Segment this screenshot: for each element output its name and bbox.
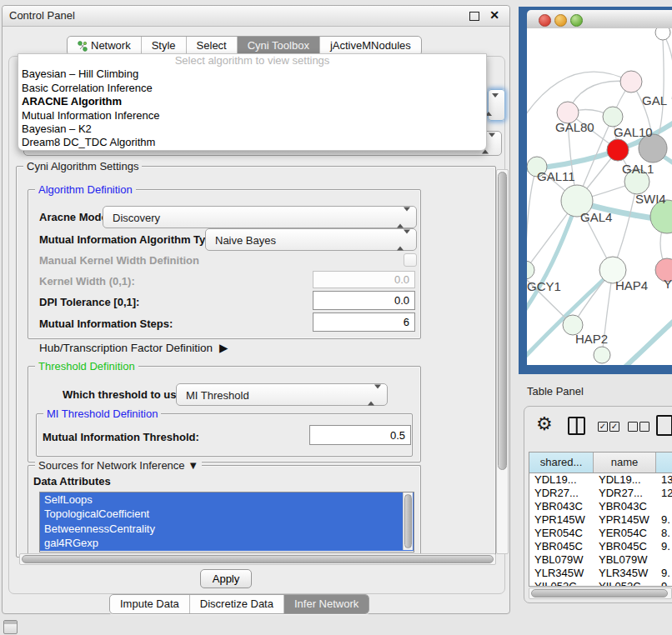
table-row[interactable]: YBR043CYBR043C <box>529 500 672 513</box>
network-edge[interactable] <box>624 315 672 365</box>
node-label: GAL <box>642 93 667 108</box>
tab-discretize-data[interactable]: Discretize Data <box>189 595 283 613</box>
table-cell: 8. <box>656 527 672 540</box>
column-header[interactable]: name <box>594 452 656 472</box>
sources-title[interactable]: Sources for Network Inference ▼ <box>35 459 202 472</box>
table-cell: YER054C <box>594 527 656 540</box>
table-cell: YDR27... <box>529 487 594 500</box>
unchecked-checkbox-icon[interactable] <box>639 422 649 432</box>
network-node[interactable] <box>603 107 623 127</box>
tab-network[interactable]: Network <box>68 37 141 55</box>
popup-item[interactable]: Mutual Information Inference <box>18 109 486 122</box>
table-cell: YIL052C <box>594 580 656 587</box>
close-icon[interactable]: ✕ <box>489 8 499 22</box>
popup-item[interactable]: Bayesian – K2 <box>18 122 486 136</box>
network-node[interactable] <box>607 139 629 161</box>
attribute-list-item[interactable]: SelfLoops <box>40 492 414 507</box>
column-header[interactable] <box>656 452 672 472</box>
table-cell: 9. <box>656 513 672 527</box>
table-row[interactable]: YLR345WYLR345W9. <box>529 567 672 580</box>
tab-impute-data[interactable]: Impute Data <box>110 595 189 613</box>
network-canvas[interactable]: GALGAL80GAL10GAL11GAL1SWI4GAL4GCY1HAP4YH… <box>527 28 672 365</box>
tab-select[interactable]: Select <box>186 37 237 55</box>
gear-icon[interactable]: ⚙ <box>536 413 553 435</box>
table-row[interactable]: YDR27...YDR27...12 <box>529 487 672 500</box>
mi-threshold-input[interactable] <box>309 425 411 445</box>
network-node[interactable] <box>527 261 534 279</box>
tab-jactivemnodules[interactable]: jActiveMNodules <box>319 37 421 55</box>
float-window-icon[interactable] <box>469 12 479 21</box>
column-header[interactable]: shared... <box>529 452 594 472</box>
combo-arrows-icon <box>368 388 381 401</box>
apply-button[interactable]: Apply <box>200 569 252 588</box>
columns-icon[interactable] <box>568 417 585 435</box>
minimized-panel-icon[interactable] <box>3 620 18 634</box>
attribute-list-item[interactable]: BetweennessCentrality <box>40 522 414 536</box>
desktop: Control Panel ✕ NetworkStyleSelectCyni T… <box>0 0 672 635</box>
zoom-traffic-light-icon[interactable] <box>570 14 583 27</box>
table-row[interactable]: YER054CYER054C8. <box>529 527 672 540</box>
popup-placeholder: Select algorithm to view settings <box>18 54 486 68</box>
node-label: GAL11 <box>537 169 575 183</box>
dpi-tolerance-input[interactable] <box>313 291 415 310</box>
mi-algorithm-type-combo[interactable]: Naive Bayes <box>205 228 417 251</box>
checked-checkbox-icon[interactable]: ✓ <box>609 422 619 432</box>
combo-arrows-icon <box>397 233 410 246</box>
tab-label: jActiveMNodules <box>330 37 411 55</box>
attributes-list-scrollbar[interactable] <box>403 492 413 550</box>
table-cell: YBR045C <box>594 540 656 553</box>
table-row[interactable]: YPR145WYPR145W9. <box>529 513 672 527</box>
popup-item[interactable]: ARACNE Algorithm <box>18 95 486 108</box>
manual-kernel-width-checkbox[interactable] <box>404 253 417 267</box>
mi-threshold-group-title: MI Threshold Definition <box>43 408 161 420</box>
node-label: HAP2 <box>575 332 608 346</box>
network-icon <box>78 41 88 52</box>
algorithm-dropdown-popup: Select algorithm to view settingsBayesia… <box>18 53 487 151</box>
inference-algorithm-combo-fragment[interactable] <box>488 89 505 121</box>
table-horizontal-scrollbar[interactable] <box>529 588 672 599</box>
node-label: GAL80 <box>555 120 594 134</box>
table-row[interactable]: YBL079WYBL079W <box>529 553 672 567</box>
table-row[interactable]: YIL052CYIL052C9 <box>529 580 672 587</box>
popup-item[interactable]: Dream8 DC_TDC Algorithm <box>18 136 486 149</box>
close-traffic-light-icon[interactable] <box>539 14 551 27</box>
cyni-algorithm-settings-title: Cyni Algorithm Settings <box>23 160 142 172</box>
tab-style[interactable]: Style <box>141 37 186 55</box>
popup-item[interactable]: Bayesian – Hill Climbing <box>18 68 486 81</box>
network-node[interactable] <box>620 71 642 92</box>
tab-cyni-toolbox[interactable]: Cyni Toolbox <box>237 37 319 55</box>
minimize-traffic-light-icon[interactable] <box>554 14 567 27</box>
table-cell: YBL079W <box>529 553 594 567</box>
network-edge[interactable] <box>527 167 537 270</box>
table-row[interactable]: YDL19...YDL19...13 <box>529 473 672 487</box>
network-node[interactable] <box>655 28 670 40</box>
attribute-list-item[interactable]: TopologicalCoefficient <box>40 507 414 521</box>
hub-definition-toggle[interactable]: Hub/Transcription Factor Definition▶ <box>39 341 228 354</box>
table-cell: YPR145W <box>529 513 594 527</box>
table-cell: YDL19... <box>529 473 594 487</box>
sources-title-text: Sources for Network Inference <box>38 459 185 472</box>
checked-checkbox-icon[interactable]: ✓ <box>598 422 608 432</box>
algorithm-definition-title: Algorithm Definition <box>35 183 136 196</box>
collapse-down-icon: ▼ <box>188 459 198 472</box>
settings-vertical-scrollbar[interactable] <box>496 169 509 554</box>
table-cell: 12 <box>656 487 672 500</box>
attribute-list-item[interactable]: gal4RGexp <box>40 536 414 550</box>
kernel-width-input[interactable] <box>313 271 415 288</box>
manual-kernel-width-label: Manual Kernel Width Definition <box>39 254 199 267</box>
network-graph[interactable]: GALGAL80GAL10GAL11GAL1SWI4GAL4GCY1HAP4YH… <box>527 28 672 365</box>
table-row[interactable]: YBR045CYBR045C9. <box>529 540 672 553</box>
table-cell: YBL079W <box>594 553 656 567</box>
network-node[interactable] <box>594 347 610 363</box>
aracne-mode-combo[interactable]: Discovery <box>103 206 417 228</box>
settings-horizontal-scrollbar[interactable] <box>19 553 496 565</box>
tab-label: Impute Data <box>120 595 179 613</box>
network-edge[interactable] <box>527 202 577 317</box>
mi-steps-input[interactable] <box>313 312 415 332</box>
document-icon[interactable] <box>656 415 672 436</box>
unchecked-checkbox-icon[interactable] <box>628 422 638 432</box>
tab-infer-network[interactable]: Infer Network <box>283 595 369 613</box>
which-threshold-combo[interactable]: MI Threshold <box>176 383 388 406</box>
which-threshold-label: Which threshold to use: <box>63 388 186 401</box>
popup-item[interactable]: Basic Correlation Inference <box>18 82 486 95</box>
